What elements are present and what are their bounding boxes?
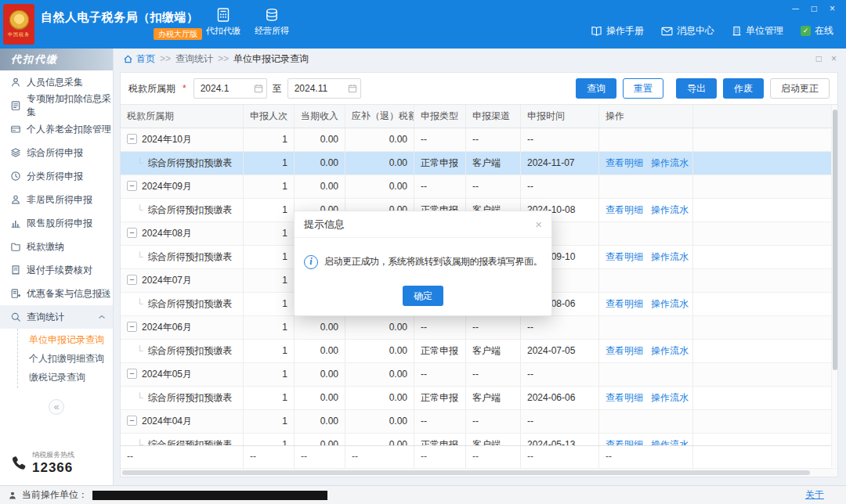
view-detail-link[interactable]: 查看明细 (606, 345, 643, 356)
operation-flow-link[interactable]: 操作流水 (651, 392, 689, 403)
collapse-row-icon[interactable]: − (127, 181, 137, 191)
dialog-close-icon[interactable]: × (535, 218, 542, 231)
tree-branch-icon: └ (136, 157, 143, 168)
void-button[interactable]: 作废 (723, 78, 764, 99)
vertical-scrollbar-thumb[interactable] (833, 110, 837, 370)
sidebar-item-1[interactable]: 人员信息采集 (0, 70, 113, 94)
channel-cell: -- (466, 316, 521, 339)
operation-flow-link[interactable]: 操作流水 (651, 204, 689, 215)
table-row[interactable]: −2024年04月10.000.00------ (121, 410, 837, 434)
table-row[interactable]: −2024年05月10.000.00------ (121, 363, 837, 387)
period-label: 2024年05月 (142, 369, 192, 380)
operation-flow-link[interactable]: 操作流水 (651, 157, 689, 168)
app-title: 自然人电子税务局（扣缴端） (41, 10, 199, 25)
period-label: 2024年06月 (142, 322, 192, 333)
income-cell: 0.00 (295, 175, 345, 198)
view-detail-link[interactable]: 查看明细 (606, 392, 643, 403)
table-header: 税款所属期申报人次当期收入应补（退）税额申报类型申报渠道申报时间操作 (121, 105, 837, 128)
message-center-menu-item[interactable]: 消息中心 (661, 24, 714, 38)
manual-menu-item[interactable]: 操作手册 (591, 24, 644, 38)
view-detail-link[interactable]: 查看明细 (606, 157, 643, 168)
tree-branch-icon: └ (136, 392, 143, 403)
dialog-ok-button[interactable]: 确定 (403, 286, 443, 306)
dialog-body: i 启动更正成功，系统将跳转到该属期的报表填写界面。 (295, 238, 551, 286)
minimize-button[interactable]: ─ (792, 3, 799, 14)
horizontal-scrollbar-thumb[interactable] (122, 470, 810, 475)
version-badge: 办税大厅版 (154, 28, 202, 40)
row-filler (693, 246, 837, 268)
summary-row: ---------------- (121, 446, 837, 468)
table-row[interactable]: −2024年09月10.000.00------ (121, 175, 837, 199)
count-cell: 1 (244, 293, 295, 315)
sidebar-item-9[interactable]: 退付手续费核对 (0, 258, 113, 282)
view-detail-link[interactable]: 查看明细 (606, 439, 643, 445)
export-button[interactable]: 导出 (676, 78, 717, 99)
tab-withholding[interactable]: 代扣代缴 (205, 7, 241, 37)
sidebar-subitem-1[interactable]: 单位申报记录查询 (18, 330, 113, 349)
sidebar-item-10[interactable]: 优惠备案与信息报送↗ (0, 282, 113, 305)
table-row[interactable]: └综合所得预扣预缴表10.000.00正常申报客户端2024-07-05查看明细… (121, 340, 837, 363)
about-link[interactable]: 关于 (805, 488, 838, 502)
sidebar-item-8[interactable]: 税款缴纳 (0, 235, 113, 258)
query-button[interactable]: 查询 (576, 78, 616, 99)
operation-flow-link[interactable]: 操作流水 (651, 251, 689, 262)
sidebar-item-label: 个人养老金扣除管理 (27, 123, 111, 136)
table-row[interactable]: −2024年06月10.000.00------ (121, 316, 837, 340)
unit-management-menu-item[interactable]: 单位管理 (732, 24, 783, 38)
breadcrumb-item[interactable]: 查询统计 (175, 52, 213, 66)
period-cell: −2024年04月 (121, 410, 244, 433)
operation-flow-link[interactable]: 操作流水 (651, 298, 689, 309)
online-status-item[interactable]: ✓ 在线 (801, 24, 833, 38)
collapse-row-icon[interactable]: − (127, 369, 137, 379)
sidebar-item-2[interactable]: 专项附加扣除信息采集 (0, 94, 113, 117)
sidebar-subitem-3[interactable]: 缴税记录查询 (18, 368, 113, 387)
reset-button[interactable]: 重置 (623, 78, 663, 99)
home-icon (123, 54, 133, 64)
period-cell: −2024年06月 (121, 316, 244, 339)
maximize-button[interactable]: □ (812, 3, 817, 14)
operations-cell (599, 222, 693, 245)
sidebar-item-4[interactable]: 综合所得申报 (0, 141, 113, 164)
collapse-row-icon[interactable]: − (127, 416, 137, 426)
sidebar-subitem-2[interactable]: 个人扣缴明细查询 (18, 349, 113, 368)
sidebar-item-7[interactable]: 限售股所得申报 (0, 211, 113, 235)
view-detail-link[interactable]: 查看明细 (606, 298, 643, 309)
sidebar-item-3[interactable]: 个人养老金扣除管理 (0, 117, 113, 141)
table-row[interactable]: −2024年10月10.000.00------ (121, 128, 837, 152)
collapse-row-icon[interactable]: − (127, 134, 137, 144)
count-cell: 1 (244, 246, 295, 268)
tab-business-income[interactable]: 经营所得 (254, 7, 290, 37)
collapse-row-icon[interactable]: − (127, 275, 137, 285)
sidebar-item-5[interactable]: 分类所得申报 (0, 164, 113, 188)
collapse-row-icon[interactable]: − (127, 228, 137, 238)
row-filler (693, 387, 837, 409)
report-type-cell: -- (414, 446, 466, 468)
operation-flow-link[interactable]: 操作流水 (651, 439, 689, 445)
table-row[interactable]: └综合所得预扣预缴表10.000.00正常申报客户端2024-06-06查看明细… (121, 387, 837, 410)
breadcrumb-home-link[interactable]: 首页 (123, 52, 155, 66)
sidebar-item-6[interactable]: 非居民所得申报 (0, 188, 113, 211)
dialog-header: 提示信息 × (295, 211, 551, 238)
tax-cell: -- (345, 446, 414, 468)
table-row[interactable]: └综合所得预扣预缴表10.000.00正常申报客户端2024-05-13查看明细… (121, 434, 837, 445)
view-detail-link[interactable]: 查看明细 (606, 251, 643, 262)
column-header: 当期收入 (295, 105, 345, 128)
tab-restore-icon[interactable]: □ (816, 53, 822, 64)
operation-flow-link[interactable]: 操作流水 (651, 345, 689, 356)
tab-label: 经营所得 (255, 25, 289, 37)
sidebar-collapse-button[interactable]: « (49, 399, 64, 415)
table-row[interactable]: └综合所得预扣预缴表10.000.00正常申报客户端2024-11-07查看明细… (121, 152, 837, 175)
start-correction-button[interactable]: 启动更正 (770, 78, 830, 99)
count-cell: 1 (244, 410, 295, 433)
income-cell: 0.00 (295, 363, 345, 386)
sidebar-item-11[interactable]: 查询统计 (0, 305, 113, 329)
view-detail-link[interactable]: 查看明细 (606, 204, 643, 215)
period-label: 2024年09月 (142, 181, 192, 192)
period-label: 综合所得预扣预缴表 (148, 204, 233, 215)
operations-cell (599, 269, 693, 292)
collapse-row-icon[interactable]: − (127, 322, 137, 332)
filter-bar: 税款所属期 * 至 查询 重置 导出 作废 (121, 73, 837, 105)
tab-close-icon[interactable]: × (831, 53, 837, 64)
sidebar-item-label: 税款缴纳 (27, 240, 64, 254)
close-button[interactable]: × (830, 3, 835, 14)
